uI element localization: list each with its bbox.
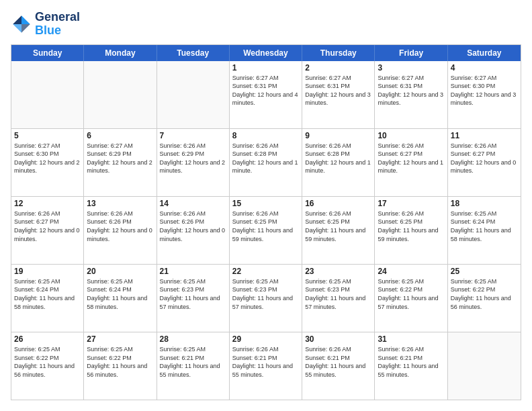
- day-number: 19: [14, 267, 81, 276]
- day-info: Sunrise: 6:25 AM Sunset: 6:24 PM Dayligh…: [451, 210, 518, 243]
- calendar-cell: 7Sunrise: 6:26 AM Sunset: 6:29 PM Daylig…: [157, 129, 230, 196]
- day-number: 2: [305, 63, 371, 73]
- weekday-header-thursday: Thursday: [302, 45, 375, 61]
- day-info: Sunrise: 6:26 AM Sunset: 6:27 PM Dayligh…: [14, 210, 81, 243]
- calendar-cell: 2Sunrise: 6:27 AM Sunset: 6:31 PM Daylig…: [302, 61, 375, 128]
- calendar-cell: 6Sunrise: 6:27 AM Sunset: 6:29 PM Daylig…: [84, 129, 157, 196]
- day-number: 17: [378, 199, 444, 208]
- day-info: Sunrise: 6:26 AM Sunset: 6:21 PM Dayligh…: [378, 345, 444, 379]
- day-info: Sunrise: 6:26 AM Sunset: 6:26 PM Dayligh…: [160, 210, 226, 243]
- calendar-cell: 23Sunrise: 6:25 AM Sunset: 6:23 PM Dayli…: [302, 265, 375, 332]
- day-info: Sunrise: 6:27 AM Sunset: 6:31 PM Dayligh…: [378, 74, 444, 107]
- svg-marker-0: [21, 15, 30, 24]
- day-info: Sunrise: 6:25 AM Sunset: 6:22 PM Dayligh…: [87, 345, 153, 379]
- calendar-cell: 29Sunrise: 6:26 AM Sunset: 6:21 PM Dayli…: [230, 332, 302, 400]
- calendar-cell: 1Sunrise: 6:27 AM Sunset: 6:31 PM Daylig…: [230, 61, 302, 128]
- weekday-header-saturday: Saturday: [448, 45, 521, 61]
- calendar-cell: 11Sunrise: 6:26 AM Sunset: 6:27 PM Dayli…: [448, 129, 521, 196]
- day-number: 16: [305, 199, 371, 208]
- day-info: Sunrise: 6:25 AM Sunset: 6:23 PM Dayligh…: [305, 277, 371, 311]
- day-number: 23: [305, 267, 371, 276]
- day-info: Sunrise: 6:26 AM Sunset: 6:26 PM Dayligh…: [87, 210, 153, 243]
- calendar-cell: 27Sunrise: 6:25 AM Sunset: 6:22 PM Dayli…: [84, 332, 157, 400]
- calendar-row-2: 12Sunrise: 6:26 AM Sunset: 6:27 PM Dayli…: [11, 196, 521, 264]
- calendar-cell: 12Sunrise: 6:26 AM Sunset: 6:27 PM Dayli…: [11, 197, 84, 264]
- day-number: 7: [160, 131, 226, 140]
- day-info: Sunrise: 6:27 AM Sunset: 6:31 PM Dayligh…: [232, 74, 299, 107]
- day-number: 30: [305, 334, 371, 344]
- day-info: Sunrise: 6:26 AM Sunset: 6:21 PM Dayligh…: [232, 345, 299, 379]
- day-number: 31: [378, 334, 444, 344]
- day-info: Sunrise: 6:25 AM Sunset: 6:23 PM Dayligh…: [232, 277, 299, 311]
- logo: General Blue: [11, 11, 80, 38]
- calendar-cell: [84, 61, 157, 128]
- day-number: 15: [232, 199, 299, 208]
- calendar-cell: 20Sunrise: 6:25 AM Sunset: 6:24 PM Dayli…: [84, 265, 157, 332]
- logo-general: General: [35, 11, 80, 24]
- day-number: 27: [87, 334, 153, 344]
- day-number: 25: [451, 267, 518, 276]
- page: General Blue SundayMondayTuesdayWednesda…: [0, 0, 532, 411]
- day-number: 3: [378, 63, 444, 73]
- day-info: Sunrise: 6:25 AM Sunset: 6:21 PM Dayligh…: [160, 345, 226, 379]
- logo-icon: [11, 13, 32, 35]
- calendar-cell: 10Sunrise: 6:26 AM Sunset: 6:27 PM Dayli…: [375, 129, 447, 196]
- day-info: Sunrise: 6:25 AM Sunset: 6:24 PM Dayligh…: [14, 277, 81, 311]
- day-number: 21: [160, 267, 226, 276]
- day-info: Sunrise: 6:26 AM Sunset: 6:25 PM Dayligh…: [378, 210, 444, 243]
- calendar-cell: 19Sunrise: 6:25 AM Sunset: 6:24 PM Dayli…: [11, 265, 84, 332]
- day-info: Sunrise: 6:26 AM Sunset: 6:28 PM Dayligh…: [232, 142, 299, 175]
- calendar-cell: 28Sunrise: 6:25 AM Sunset: 6:21 PM Dayli…: [157, 332, 230, 400]
- day-info: Sunrise: 6:26 AM Sunset: 6:28 PM Dayligh…: [305, 142, 371, 175]
- calendar: SundayMondayTuesdayWednesdayThursdayFrid…: [11, 44, 521, 400]
- day-number: 5: [14, 131, 81, 140]
- day-number: 29: [232, 334, 299, 344]
- calendar-cell: [11, 61, 84, 128]
- day-info: Sunrise: 6:26 AM Sunset: 6:21 PM Dayligh…: [305, 345, 371, 379]
- calendar-header: SundayMondayTuesdayWednesdayThursdayFrid…: [11, 45, 521, 61]
- day-info: Sunrise: 6:25 AM Sunset: 6:22 PM Dayligh…: [14, 345, 81, 379]
- calendar-cell: 21Sunrise: 6:25 AM Sunset: 6:23 PM Dayli…: [157, 265, 230, 332]
- day-number: 1: [232, 63, 299, 73]
- weekday-header-tuesday: Tuesday: [157, 45, 230, 61]
- day-info: Sunrise: 6:27 AM Sunset: 6:30 PM Dayligh…: [14, 142, 81, 175]
- calendar-row-0: 1Sunrise: 6:27 AM Sunset: 6:31 PM Daylig…: [11, 61, 521, 128]
- day-number: 9: [305, 131, 371, 140]
- calendar-body: 1Sunrise: 6:27 AM Sunset: 6:31 PM Daylig…: [11, 61, 521, 400]
- calendar-cell: 13Sunrise: 6:26 AM Sunset: 6:26 PM Dayli…: [84, 197, 157, 264]
- day-number: 11: [451, 131, 518, 140]
- day-number: 18: [451, 199, 518, 208]
- calendar-cell: [448, 332, 521, 400]
- header: General Blue: [11, 11, 521, 38]
- day-number: 10: [378, 131, 444, 140]
- calendar-cell: 18Sunrise: 6:25 AM Sunset: 6:24 PM Dayli…: [448, 197, 521, 264]
- svg-marker-1: [13, 15, 21, 24]
- day-number: 20: [87, 267, 153, 276]
- day-info: Sunrise: 6:26 AM Sunset: 6:27 PM Dayligh…: [378, 142, 444, 175]
- logo-blue: Blue: [35, 24, 80, 38]
- calendar-cell: 9Sunrise: 6:26 AM Sunset: 6:28 PM Daylig…: [302, 129, 375, 196]
- calendar-cell: 25Sunrise: 6:25 AM Sunset: 6:22 PM Dayli…: [448, 265, 521, 332]
- weekday-header-wednesday: Wednesday: [230, 45, 302, 61]
- day-number: 28: [160, 334, 226, 344]
- day-number: 14: [160, 199, 226, 208]
- day-info: Sunrise: 6:26 AM Sunset: 6:25 PM Dayligh…: [305, 210, 371, 243]
- calendar-row-1: 5Sunrise: 6:27 AM Sunset: 6:30 PM Daylig…: [11, 128, 521, 196]
- day-info: Sunrise: 6:25 AM Sunset: 6:24 PM Dayligh…: [87, 277, 153, 311]
- day-info: Sunrise: 6:27 AM Sunset: 6:30 PM Dayligh…: [451, 74, 518, 107]
- calendar-cell: 14Sunrise: 6:26 AM Sunset: 6:26 PM Dayli…: [157, 197, 230, 264]
- calendar-cell: 30Sunrise: 6:26 AM Sunset: 6:21 PM Dayli…: [302, 332, 375, 400]
- day-number: 24: [378, 267, 444, 276]
- logo-text: General Blue: [35, 11, 80, 38]
- day-info: Sunrise: 6:25 AM Sunset: 6:22 PM Dayligh…: [451, 277, 518, 311]
- day-number: 26: [14, 334, 81, 344]
- day-info: Sunrise: 6:25 AM Sunset: 6:22 PM Dayligh…: [378, 277, 444, 311]
- calendar-cell: 26Sunrise: 6:25 AM Sunset: 6:22 PM Dayli…: [11, 332, 84, 400]
- calendar-cell: 22Sunrise: 6:25 AM Sunset: 6:23 PM Dayli…: [230, 265, 302, 332]
- day-number: 13: [87, 199, 153, 208]
- weekday-header-sunday: Sunday: [11, 45, 84, 61]
- day-number: 12: [14, 199, 81, 208]
- calendar-cell: 31Sunrise: 6:26 AM Sunset: 6:21 PM Dayli…: [375, 332, 447, 400]
- calendar-cell: 3Sunrise: 6:27 AM Sunset: 6:31 PM Daylig…: [375, 61, 447, 128]
- day-info: Sunrise: 6:27 AM Sunset: 6:31 PM Dayligh…: [305, 74, 371, 107]
